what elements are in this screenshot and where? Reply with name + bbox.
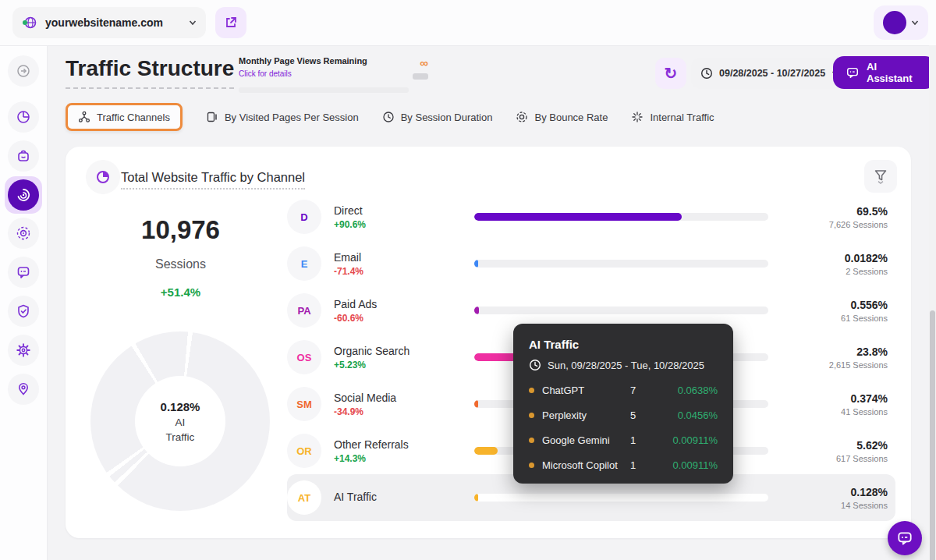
page-scrollbar-track (929, 45, 936, 560)
channel-row-email[interactable]: E Email-71.4% 0.0182%2 Sessions (287, 240, 895, 287)
channel-bar-track (474, 494, 768, 502)
ai-assistant-button[interactable]: AI Assistant (833, 56, 936, 89)
refresh-button[interactable]: ↻ (655, 58, 686, 89)
tab-visited-pages[interactable]: By Visited Pages Per Session (206, 111, 359, 123)
channel-bar-track (474, 307, 768, 314)
site-selector[interactable]: yourwebsitename.com (12, 7, 206, 38)
channel-avatar: SM (287, 387, 321, 421)
collapse-arrow-icon (16, 63, 31, 79)
sidebar-item-seo[interactable] (8, 296, 39, 327)
donut-center-label: 0.128% AI Traffic (135, 376, 225, 466)
channel-bar-track (474, 213, 768, 221)
pages-icon (206, 111, 218, 123)
total-sessions-delta: +51.4% (89, 285, 272, 299)
tab-label: By Visited Pages Per Session (225, 112, 359, 123)
total-sessions-label: Sessions (89, 257, 272, 271)
tab-internal-traffic[interactable]: Internal Traffic (631, 111, 714, 123)
date-range-value: 09/28/2025 - 10/27/2025 (719, 68, 825, 79)
traffic-by-channel-card: Total Website Traffic by Channel 10,976 … (66, 147, 911, 538)
tab-label: By Session Duration (401, 112, 493, 123)
tooltip-source-name: ChatGPT (542, 385, 630, 396)
support-chat-button[interactable] (888, 521, 922, 555)
channel-bar-fill (474, 400, 478, 408)
report-tabs: Traffic Channels By Visited Pages Per Se… (66, 103, 714, 131)
channel-delta: -71.4% (334, 266, 474, 277)
avatar (883, 11, 906, 34)
chat-icon (846, 66, 860, 80)
sidebar-item-heatmap[interactable] (8, 374, 39, 405)
tooltip-source-percent: 0.0638% (657, 385, 718, 396)
channel-sessions: 617 Sessions (768, 454, 888, 463)
infinity-icon: ∞ (420, 56, 428, 69)
tooltip-title: AI Traffic (529, 338, 718, 351)
channel-initials: SM (296, 399, 312, 410)
external-link-icon (224, 16, 238, 30)
quota-title: Monthly Page Views Remaining (239, 56, 422, 66)
filter-button[interactable] (864, 160, 897, 193)
channel-percent: 0.556% (768, 299, 888, 311)
channel-avatar: OR (287, 434, 321, 468)
main-content: Traffic Structure Monthly Page Views Rem… (47, 45, 936, 560)
seo-shield-icon (16, 303, 31, 319)
sidebar-item-dashboard[interactable] (8, 101, 39, 133)
channel-row-direct[interactable]: D Direct+90.6% 69.5%7,626 Sessions (287, 193, 895, 240)
channel-percent: 0.0182% (768, 252, 888, 264)
settings-gear-icon (16, 342, 31, 358)
channel-initials: OR (296, 445, 312, 457)
channel-percent: 0.128% (768, 486, 888, 498)
tab-label: Internal Traffic (650, 112, 714, 123)
traffic-donut-chart[interactable]: 0.128% AI Traffic (90, 331, 270, 511)
chevron-down-icon (911, 19, 919, 27)
burst-icon (631, 111, 644, 123)
tooltip-source-name: Perplexity (542, 409, 630, 421)
channel-bar-fill (474, 494, 478, 502)
channel-name: Other Referrals (334, 438, 474, 451)
open-site-button[interactable] (215, 7, 246, 38)
channel-bar-fill (474, 447, 498, 455)
channel-delta: +5.23% (334, 360, 474, 370)
donut-center-percent: 0.128% (161, 400, 200, 413)
sidebar-item-ecommerce[interactable] (8, 140, 39, 172)
tooltip-row: Google Gemini 1 0.00911% (529, 434, 718, 446)
tooltip-source-percent: 0.00911% (657, 434, 718, 446)
site-name: yourwebsitename.com (45, 16, 189, 29)
pie-dashboard-icon (16, 109, 31, 125)
clock-refresh-icon (382, 111, 395, 123)
sidebar-item-recordings[interactable] (8, 218, 39, 249)
channel-percent: 5.62% (768, 439, 888, 452)
channel-avatar: OS (287, 340, 321, 374)
channel-sessions: 41 Sessions (768, 407, 888, 416)
tooltip-source-name: Google Gemini (542, 434, 630, 446)
sidebar-item-settings[interactable] (8, 335, 39, 366)
channel-delta: -60.6% (334, 313, 474, 324)
site-logo-globe-icon (22, 15, 37, 30)
channel-name: Direct (334, 204, 474, 217)
sidebar-item-feedback[interactable] (8, 257, 39, 288)
channel-initials: E (301, 258, 308, 270)
tooltip-row: Perplexity 5 0.0456% (529, 409, 718, 421)
tab-bounce-rate[interactable]: By Bounce Rate (516, 111, 608, 123)
channel-percent: 69.5% (768, 205, 888, 218)
date-range-picker[interactable]: 09/28/2025 - 10/27/2025 (691, 58, 849, 89)
channel-avatar: E (287, 246, 321, 281)
top-bar: yourwebsitename.com (0, 0, 936, 46)
channel-delta: +90.6% (334, 219, 474, 230)
channel-sessions: 61 Sessions (768, 314, 888, 323)
tooltip-source-percent: 0.0456% (657, 409, 718, 421)
tab-label: By Bounce Rate (534, 112, 608, 123)
sidebar-item-collapse[interactable] (8, 55, 39, 87)
channel-sessions: 2 Sessions (768, 267, 888, 276)
chevron-down-icon (189, 19, 197, 27)
quota-details-link[interactable]: Click for details (239, 69, 292, 78)
clock-icon (529, 359, 541, 371)
tab-traffic-channels[interactable]: Traffic Channels (66, 103, 183, 131)
page-scrollbar-thumb[interactable] (930, 310, 935, 560)
channel-delta: -34.9% (334, 406, 474, 417)
tooltip-source-count: 7 (630, 385, 657, 396)
user-menu[interactable] (874, 5, 928, 40)
sidebar-item-traffic[interactable] (5, 176, 42, 214)
channel-name: Paid Ads (334, 298, 474, 310)
tab-session-duration[interactable]: By Session Duration (382, 111, 493, 123)
chat-icon (896, 530, 913, 547)
channel-name: AI Traffic (334, 491, 474, 503)
